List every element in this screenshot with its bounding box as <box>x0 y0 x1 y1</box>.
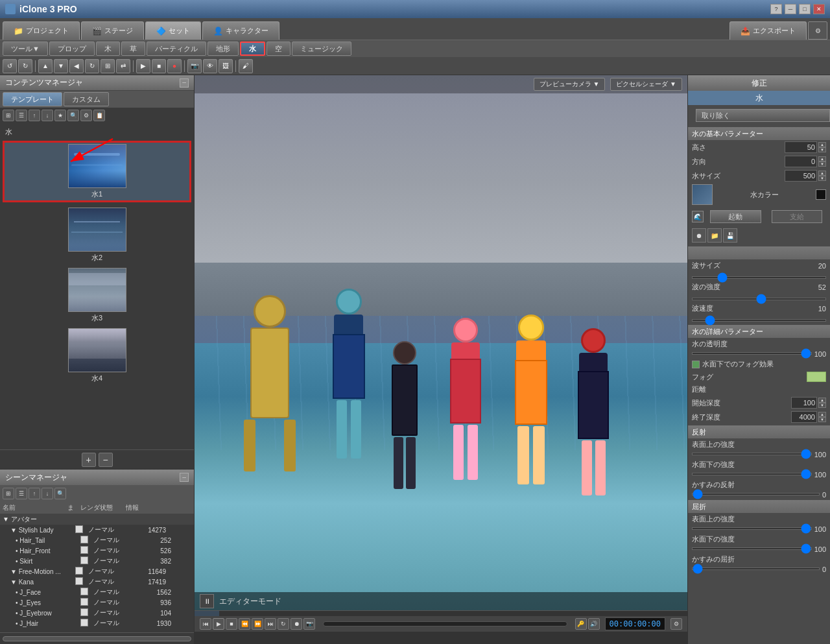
tl-prev-frame[interactable]: ⏪ <box>239 618 250 630</box>
stop-button[interactable]: ■ <box>152 59 166 73</box>
scene-row-j-eyebrow[interactable]: • J_Eyebrow ノーマル 104 <box>0 608 194 618</box>
sm-btn5[interactable]: 🔍 <box>54 488 66 499</box>
tl-settings-button[interactable]: ⚙ <box>670 618 682 630</box>
rp-direction-down[interactable]: ▼ <box>818 161 826 167</box>
tab-project[interactable]: 📁 プロジェクト <box>3 21 80 40</box>
rp-remove-button[interactable]: 取り除く <box>696 109 830 122</box>
tl-rec-button[interactable]: ⏺ <box>290 618 302 630</box>
rp-end-depth-input[interactable] <box>791 411 817 423</box>
nav-more-button[interactable]: ⚙ <box>808 21 827 40</box>
sub-tab-tree[interactable]: 木 <box>96 42 120 56</box>
rp-start-button[interactable]: 起動 <box>710 210 761 223</box>
rp-end-depth-down[interactable]: ▼ <box>818 417 826 422</box>
rp-refraction-underwater-slider[interactable] <box>692 547 812 550</box>
cm-tab-template[interactable]: テンプレート <box>3 92 62 106</box>
sub-tab-particle[interactable]: パーティクル <box>147 42 206 56</box>
cm-btn8[interactable]: 📋 <box>93 110 105 121</box>
record-button[interactable]: ● <box>167 59 182 73</box>
help-button[interactable]: ? <box>770 4 782 14</box>
sm-bottom-scrollbar[interactable] <box>0 632 194 644</box>
tl-btn-1[interactable]: ⏮ <box>200 618 211 630</box>
scene-row-j-face[interactable]: • J_Face ノーマル 1562 <box>0 587 194 597</box>
rp-height-up[interactable]: ▲ <box>818 142 826 147</box>
rp-wave-speed-slider[interactable] <box>692 319 826 322</box>
tl-key-button[interactable]: 🔑 <box>575 618 587 630</box>
rp-color-black-swatch[interactable] <box>816 189 826 200</box>
rp-start-depth-down[interactable]: ▼ <box>818 403 826 408</box>
cm-tab-custom[interactable]: カスタム <box>64 92 109 106</box>
rp-surface-strength-slider[interactable] <box>692 453 812 455</box>
sm-btn2[interactable]: ☰ <box>16 488 27 499</box>
rp-end-depth-up[interactable]: ▲ <box>818 412 826 417</box>
redo-button[interactable]: ↻ <box>18 59 32 73</box>
rp-size-up[interactable]: ▲ <box>818 171 826 176</box>
paint-button[interactable]: 🖌 <box>239 59 253 73</box>
maximize-button[interactable]: □ <box>799 4 811 14</box>
check-stylish[interactable] <box>75 525 83 533</box>
sm-btn1[interactable]: ⊞ <box>3 488 14 499</box>
flip-button[interactable]: ⇄ <box>116 59 130 73</box>
sub-tab-terrain[interactable]: 地形 <box>208 42 239 56</box>
sub-tab-music[interactable]: ミュージック <box>292 42 351 56</box>
water-item-4[interactable]: 水4 <box>3 328 191 383</box>
cm-btn5[interactable]: ★ <box>54 110 66 121</box>
check-hair-tail[interactable] <box>80 536 88 543</box>
tab-export[interactable]: 📤 エクスポート <box>729 21 807 40</box>
scene-row-kana[interactable]: ▼ Kana ノーマル 17419 <box>0 577 194 587</box>
cm-btn2[interactable]: ☰ <box>16 110 27 121</box>
sm-btn4[interactable]: ↓ <box>42 488 53 499</box>
tl-end-button[interactable]: ⏭ <box>265 618 276 630</box>
tools-dropdown[interactable]: ツール▼ <box>3 42 48 56</box>
water-item-2[interactable]: 水2 <box>3 208 191 263</box>
check-hair-front[interactable] <box>80 546 88 554</box>
rp-fog-reflection-slider[interactable] <box>692 493 820 495</box>
tl-next-frame[interactable]: ⏩ <box>252 618 263 630</box>
scene-row-j-hair[interactable]: • J_Hair ノーマル 1930 <box>0 618 194 628</box>
move-up-button[interactable]: ▲ <box>38 59 53 73</box>
sm-collapse-button[interactable]: ─ <box>180 473 189 482</box>
tab-stage[interactable]: 🎬 ステージ <box>81 21 144 40</box>
rp-water-color-preview[interactable] <box>692 184 713 205</box>
check-j-eyebrow[interactable] <box>80 608 88 616</box>
rotate-button[interactable]: ↻ <box>85 59 99 73</box>
water-item-1[interactable]: 水1 <box>3 141 191 202</box>
rp-start-depth-up[interactable]: ▲ <box>818 398 826 403</box>
viewport-canvas[interactable]: プレビューカメラ ▼ ピクセルシェーダ ▼ ⏸ エディターモード <box>195 75 687 610</box>
rp-wave-strength-slider[interactable] <box>692 298 826 300</box>
check-skirt[interactable] <box>80 556 88 564</box>
rp-size-down[interactable]: ▼ <box>818 176 826 181</box>
rp-direction-input[interactable] <box>785 156 817 167</box>
rp-folder-btn[interactable]: 📁 <box>707 228 722 243</box>
rp-fog-toggle[interactable] <box>807 372 826 382</box>
tl-speaker-button[interactable]: 🔊 <box>588 618 600 630</box>
scale-button[interactable]: ⊞ <box>101 59 115 73</box>
undo-button[interactable]: ↺ <box>3 59 17 73</box>
cm-btn6[interactable]: 🔍 <box>67 110 79 121</box>
rp-save-btn[interactable]: 💾 <box>723 228 737 243</box>
check-j-hair[interactable] <box>80 619 88 626</box>
sub-tab-sky[interactable]: 空 <box>267 42 290 56</box>
rp-start-depth-input[interactable] <box>791 397 817 409</box>
scene-row-stylish-lady[interactable]: ▼ Stylish Lady ノーマル 14273 <box>0 525 194 535</box>
rp-end-button[interactable]: 支給 <box>772 210 823 223</box>
collapse-button[interactable]: ─ <box>180 78 189 88</box>
tab-character[interactable]: 👤 キャラクター <box>202 21 279 40</box>
scene-row-hair-front[interactable]: • Hair_Front ノーマル 526 <box>0 545 194 556</box>
rp-record-btn[interactable]: ⏺ <box>692 228 706 243</box>
scene-row-hair-tail[interactable]: • Hair_Tail ノーマル 252 <box>0 535 194 545</box>
sub-tab-prop[interactable]: プロップ <box>49 42 95 56</box>
rp-wave-size-slider[interactable] <box>692 276 826 279</box>
check-kana[interactable] <box>75 577 83 585</box>
cm-btn7[interactable]: ⚙ <box>80 110 92 121</box>
tl-loop-button[interactable]: ↻ <box>278 618 289 630</box>
scene-row-skirt[interactable]: • Skirt ノーマル 382 <box>0 556 194 566</box>
rp-fog-checkbox[interactable] <box>692 361 700 368</box>
tab-set[interactable]: 🔷 セット <box>145 21 201 40</box>
rp-height-down[interactable]: ▼ <box>818 147 826 152</box>
render-button[interactable]: 🖼 <box>219 59 233 73</box>
water-item-3[interactable]: 水3 <box>3 268 191 323</box>
timeline-track[interactable] <box>323 621 567 626</box>
tl-play-button[interactable]: ▶ <box>213 618 224 630</box>
check-j-face[interactable] <box>80 588 88 595</box>
close-button[interactable]: ✕ <box>813 4 825 14</box>
